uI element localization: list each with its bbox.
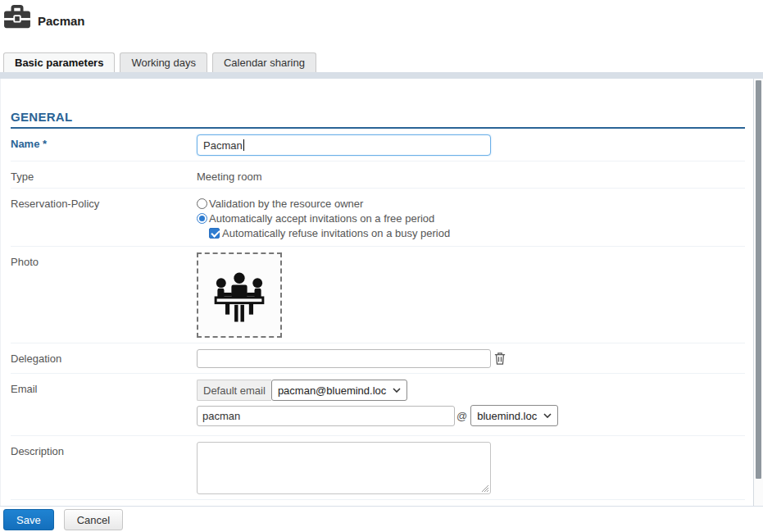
photo-row: Photo — [11, 247, 745, 343]
name-row: Name * Pacman — [11, 129, 745, 161]
default-email-caption: Default email — [197, 380, 271, 401]
chevron-down-icon — [393, 388, 401, 393]
at-sign: @ — [456, 410, 467, 422]
tab-working-days[interactable]: Working days — [120, 52, 207, 72]
briefcase-icon — [3, 5, 31, 30]
trash-icon[interactable] — [494, 352, 506, 366]
photo-label: Photo — [11, 252, 197, 268]
delegation-label: Delegation — [11, 349, 197, 365]
name-label: Name * — [11, 134, 197, 150]
tab-calendar-sharing[interactable]: Calendar sharing — [212, 52, 316, 72]
radio-auto-accept-label: Automatically accept invitations on a fr… — [209, 212, 434, 225]
radio-owner-validation-label: Validation by the resource owner — [209, 198, 363, 210]
delegation-input[interactable] — [197, 349, 491, 368]
cancel-button[interactable]: Cancel — [64, 509, 123, 530]
hide-from-lists-row: Hide from Blue Mind address lists — [11, 500, 745, 506]
delegation-row: Delegation — [11, 343, 745, 374]
photo-upload-dropzone[interactable] — [197, 252, 282, 338]
email-domain-select-value: bluemind.loc — [477, 410, 537, 422]
basic-parameters-panel: GENERAL Name * Pacman Type Meeting room … — [0, 79, 753, 506]
radio-owner-validation[interactable] — [197, 198, 207, 209]
chevron-down-icon — [543, 413, 552, 418]
tab-bar: Basic parameters Working days Calendar s… — [3, 52, 316, 72]
form-footer: Save Cancel — [0, 506, 763, 532]
default-email-select[interactable]: pacman@bluemind.loc — [271, 380, 407, 401]
page-header: Pacman — [3, 5, 85, 30]
email-local-part-input[interactable] — [197, 406, 455, 426]
tab-strip — [0, 72, 763, 79]
tab-basic-parameters[interactable]: Basic parameters — [3, 52, 115, 72]
reservation-option-auto-refuse: Automatically refuse invitations on a bu… — [209, 226, 745, 240]
type-row: Type Meeting room — [11, 161, 745, 189]
email-label: Email — [11, 380, 197, 395]
type-label: Type — [11, 167, 197, 183]
save-button[interactable]: Save — [3, 509, 54, 530]
type-value: Meeting room — [197, 167, 745, 183]
reservation-policy-row: Reservation-Policy Validation by the res… — [11, 189, 745, 247]
resize-grip-icon[interactable] — [481, 484, 489, 493]
name-input[interactable]: Pacman — [197, 134, 491, 156]
checkbox-auto-refuse-label: Automatically refuse invitations on a bu… — [222, 227, 450, 239]
email-address-line: @ bluemind.loc — [197, 405, 745, 426]
description-textarea[interactable] — [197, 442, 491, 494]
section-title-general: GENERAL — [11, 110, 745, 129]
vertical-scrollbar[interactable] — [753, 79, 763, 506]
radio-auto-accept[interactable] — [197, 213, 207, 224]
default-email-line: Default email pacman@bluemind.loc — [197, 380, 745, 401]
default-email-select-value: pacman@bluemind.loc — [278, 384, 386, 397]
checkbox-auto-refuse[interactable] — [209, 228, 220, 239]
page-title: Pacman — [38, 14, 85, 30]
meeting-room-icon — [209, 265, 270, 325]
email-domain-select[interactable]: bluemind.loc — [470, 405, 558, 426]
reservation-option-owner-validation: Validation by the resource owner — [197, 197, 745, 211]
name-input-value: Pacman — [203, 139, 243, 152]
reservation-policy-label: Reservation-Policy — [11, 194, 197, 210]
email-row: Email Default email pacman@bluemind.loc … — [11, 374, 745, 436]
text-caret — [243, 139, 244, 151]
reservation-option-auto-accept: Automatically accept invitations on a fr… — [197, 211, 745, 225]
scrollbar-thumb[interactable] — [756, 80, 761, 479]
description-row: Description — [11, 436, 745, 500]
description-label: Description — [11, 442, 197, 457]
